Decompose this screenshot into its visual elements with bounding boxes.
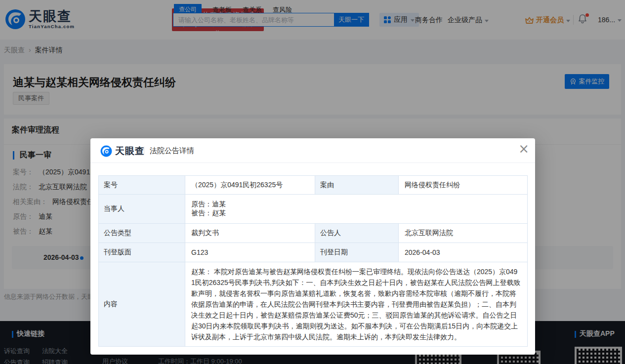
party-defendant: 被告：赵某 bbox=[191, 209, 521, 218]
modal-header: 天眼查 法院公告详情 × bbox=[90, 138, 535, 163]
cell-value-cause: 网络侵权责任纠纷 bbox=[399, 176, 528, 195]
modal-brand-text: 天眼查 bbox=[115, 145, 145, 158]
cell-value-content: 赵某： 本院对原告迪某与被告赵某网络侵权责任纠纷一案已审理终结。现依法向你公告送… bbox=[185, 262, 528, 347]
cell-label-cause: 案由 bbox=[315, 176, 399, 195]
cell-value-announcement-type: 裁判文书 bbox=[185, 224, 315, 243]
tianyancha-logo-icon bbox=[100, 145, 112, 157]
cell-label-publish-date: 刊登日期 bbox=[315, 243, 399, 262]
table-row: 刊登版面 G123 刊登日期 2026-04-03 bbox=[99, 243, 528, 262]
page: 天眼查 TianYanCha.com 都在用的商业查询工具 国家中小企业发展子基… bbox=[0, 0, 625, 364]
close-icon[interactable]: × bbox=[518, 142, 529, 155]
table-row: 内容 赵某： 本院对原告迪某与被告赵某网络侵权责任纠纷一案已审理终结。现依法向你… bbox=[99, 262, 528, 347]
cell-value-parties: 原告：迪某 被告：赵某 bbox=[185, 195, 528, 224]
court-announcement-modal: 天眼查 法院公告详情 × 案号 （2025）京0491民初26325号 案由 网… bbox=[90, 138, 535, 355]
modal-title: 法院公告详情 bbox=[150, 146, 194, 156]
cell-label-case-number: 案号 bbox=[99, 176, 185, 195]
cell-label-page-section: 刊登版面 bbox=[99, 243, 185, 262]
cell-label-announcement-type: 公告类型 bbox=[99, 224, 185, 243]
cell-value-page-section: G123 bbox=[185, 243, 315, 262]
cell-value-announcer: 北京互联网法院 bbox=[399, 224, 528, 243]
cell-value-case-number: （2025）京0491民初26325号 bbox=[185, 176, 315, 195]
announcement-table: 案号 （2025）京0491民初26325号 案由 网络侵权责任纠纷 当事人 原… bbox=[98, 175, 528, 347]
cell-label-content: 内容 bbox=[99, 262, 185, 347]
party-plaintiff: 原告：迪某 bbox=[191, 200, 521, 209]
modal-logo: 天眼查 bbox=[100, 145, 145, 158]
cell-value-publish-date: 2026-04-03 bbox=[399, 243, 528, 262]
modal-header-divider bbox=[144, 147, 144, 155]
table-row: 当事人 原告：迪某 被告：赵某 bbox=[99, 195, 528, 224]
cell-label-parties: 当事人 bbox=[99, 195, 185, 224]
table-row: 案号 （2025）京0491民初26325号 案由 网络侵权责任纠纷 bbox=[99, 176, 528, 195]
cell-label-announcer: 公告人 bbox=[315, 224, 399, 243]
table-row: 公告类型 裁判文书 公告人 北京互联网法院 bbox=[99, 224, 528, 243]
